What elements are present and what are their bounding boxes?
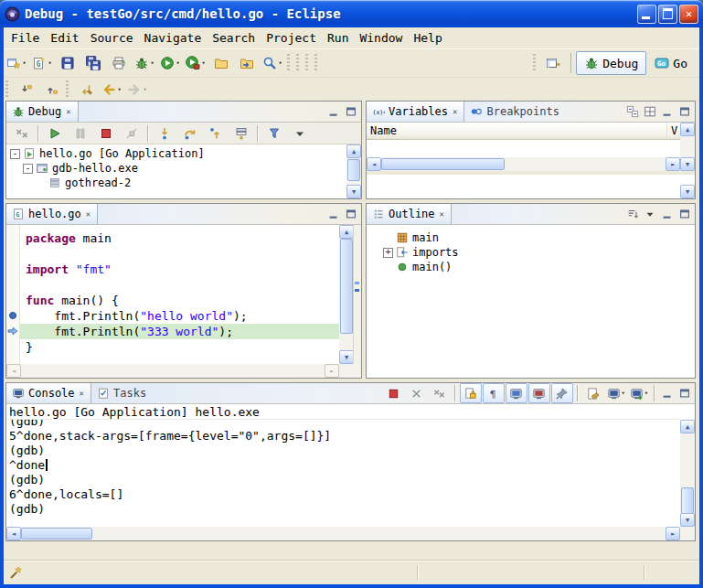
tab-console[interactable]: Console✕ (6, 383, 91, 403)
scroll-down-button[interactable]: ▼ (680, 157, 695, 171)
tab-breakpoints[interactable]: Breakpoints (464, 102, 564, 122)
menu-window[interactable]: Window (354, 28, 408, 48)
scroll-lock-icon[interactable] (460, 383, 482, 403)
tree-item[interactable]: main (379, 230, 695, 245)
open-folder-icon[interactable] (208, 51, 234, 75)
dropdown-arrow-icon[interactable]: ▾ (176, 59, 179, 67)
toolbar-grip[interactable] (314, 54, 317, 72)
expand-icon[interactable]: + (383, 248, 393, 258)
scroll-up-button[interactable]: ▲ (339, 225, 354, 239)
open-perspective-icon[interactable] (540, 51, 566, 75)
scroll-up-button[interactable]: ▲ (680, 123, 695, 136)
menu-navigate[interactable]: Navigate (139, 28, 208, 48)
scroll-right-button[interactable]: ► (325, 364, 339, 378)
scroll-up-button[interactable]: ▲ (346, 144, 361, 158)
titlebar[interactable]: Debug - testGo/src/cmd/hello.go - Eclips… (0, 0, 703, 27)
menu-edit[interactable]: Edit (45, 28, 84, 48)
show-stderr-icon[interactable] (528, 383, 550, 403)
maximize-view-icon[interactable] (676, 386, 693, 401)
toolbar-grip[interactable] (533, 54, 536, 72)
editor-ruler[interactable] (6, 225, 20, 364)
tree-item[interactable]: +imports (379, 245, 695, 260)
minimize-view-icon[interactable] (659, 207, 676, 221)
toolbar-grip[interactable] (66, 80, 69, 99)
tab-hello-go[interactable]: Ghello.go✕ (6, 204, 98, 224)
maximize-view-icon[interactable] (343, 207, 359, 221)
variables-detail-pane[interactable] (367, 175, 680, 198)
open-console-icon[interactable]: ▾ (628, 383, 650, 403)
pin-console-icon[interactable] (551, 383, 573, 403)
scrollbar-thumb[interactable] (340, 239, 353, 334)
new-go-element-icon[interactable]: G▾ (29, 51, 55, 75)
import-icon[interactable] (234, 51, 260, 75)
scroll-up-button[interactable]: ▲ (680, 420, 695, 433)
view-menu-icon[interactable] (642, 207, 658, 221)
terminate-icon[interactable] (93, 122, 119, 145)
debug-tree[interactable]: -hello.go [Go Application]-gdb-hello.exe… (6, 144, 346, 198)
run-icon[interactable]: ▾ (157, 51, 183, 75)
minimize-view-icon[interactable] (325, 207, 342, 221)
tree-item[interactable]: -hello.go [Go Application] (6, 146, 346, 161)
code-editor[interactable]: package mainimport "fmt"func main() { fm… (20, 225, 339, 364)
maximize-view-icon[interactable] (676, 104, 693, 119)
previous-annotation-icon[interactable] (38, 78, 64, 102)
resume-icon[interactable] (42, 122, 68, 145)
save-icon[interactable] (55, 51, 80, 75)
drop-to-frame-icon[interactable] (229, 122, 254, 145)
tab-debug[interactable]: Debug✕ (6, 102, 79, 122)
toolbar-grip[interactable] (287, 54, 290, 72)
tree-item[interactable]: main() (379, 260, 695, 274)
dropdown-arrow-icon[interactable]: ▾ (278, 59, 282, 67)
breakpoint-icon[interactable] (9, 312, 16, 319)
layout-icon[interactable] (642, 104, 658, 119)
sort-icon[interactable] (624, 207, 641, 221)
close-tab-icon[interactable]: ✕ (85, 209, 91, 219)
search-icon[interactable]: ▾ (260, 51, 285, 75)
menu-project[interactable]: Project (261, 28, 322, 48)
scroll-down-button[interactable]: ▼ (339, 350, 354, 364)
collapse-icon[interactable]: - (10, 149, 20, 159)
toolbar-grip[interactable] (305, 54, 308, 72)
perspective-debug-button[interactable]: Debug (576, 51, 646, 75)
print-icon[interactable] (106, 51, 132, 75)
scrollbar-thumb[interactable] (21, 528, 92, 540)
outline-tree[interactable]: main+importsmain() (367, 225, 695, 378)
scroll-left-button[interactable]: ◄ (6, 364, 21, 378)
tab-outline[interactable]: Outline✕ (367, 204, 452, 224)
remove-terminated-icon[interactable] (9, 122, 35, 145)
minimize-view-icon[interactable] (325, 104, 342, 119)
suspend-icon[interactable] (68, 122, 93, 145)
remove-all-launches-icon[interactable] (429, 383, 451, 403)
word-wrap-icon[interactable]: ¶ (483, 383, 505, 403)
dropdown-arrow-icon[interactable]: ▾ (150, 59, 154, 67)
menu-file[interactable]: File (5, 28, 45, 48)
overview-ruler[interactable] (353, 225, 361, 364)
minimize-view-icon[interactable] (659, 386, 676, 401)
scrollbar-thumb[interactable] (681, 487, 694, 514)
perspective-go-button[interactable]: GoGo (646, 51, 696, 75)
step-filters-icon[interactable] (261, 122, 287, 145)
step-over-icon[interactable] (177, 122, 203, 145)
scroll-down-button[interactable]: ▼ (680, 185, 695, 198)
display-console-icon[interactable]: ▾ (605, 383, 627, 403)
maximize-button[interactable] (658, 5, 677, 24)
dropdown-arrow-icon[interactable]: ▾ (22, 59, 26, 67)
dropdown-arrow-icon[interactable]: ▾ (622, 390, 625, 397)
scrollbar-thumb[interactable] (347, 159, 360, 181)
close-tab-icon[interactable]: ✕ (452, 107, 458, 116)
tab-variables[interactable]: (x)=Variables✕ (367, 102, 464, 122)
column-value[interactable]: V (667, 123, 680, 139)
close-button[interactable]: ✕ (679, 5, 698, 24)
toolbar-grip[interactable] (296, 54, 299, 72)
debug-icon[interactable]: ▾ (132, 51, 157, 75)
new-wizard-icon[interactable]: ▾ (4, 51, 29, 75)
dropdown-arrow-icon[interactable]: ▾ (644, 390, 648, 397)
scrollbar-thumb[interactable] (381, 158, 505, 170)
dropdown-arrow-icon[interactable]: ▾ (201, 59, 205, 67)
collapse-icon[interactable]: - (23, 164, 33, 174)
tree-item[interactable]: gothread-2 (6, 176, 346, 190)
external-tools-icon[interactable]: ▾ (183, 51, 208, 75)
dropdown-arrow-icon[interactable]: ▾ (117, 86, 121, 93)
fast-view-icon[interactable] (8, 564, 25, 581)
terminate-icon[interactable] (383, 383, 405, 403)
